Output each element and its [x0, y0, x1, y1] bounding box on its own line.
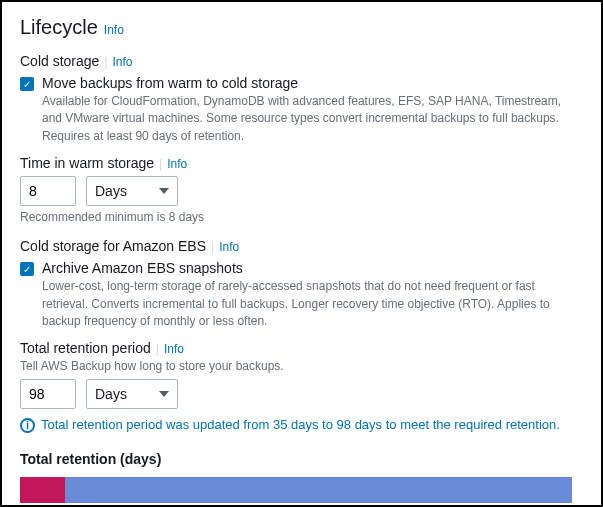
- warm-time-info-link[interactable]: Info: [167, 157, 187, 171]
- chevron-down-icon: [159, 188, 169, 194]
- retention-input[interactable]: [20, 379, 76, 409]
- retention-unit-select[interactable]: Days: [86, 379, 178, 409]
- ebs-desc: Lower-cost, long-term storage of rarely-…: [42, 278, 583, 330]
- chart-title: Total retention (days): [20, 451, 583, 467]
- info-icon: i: [20, 418, 35, 433]
- retention-info-link[interactable]: Info: [164, 342, 184, 356]
- ebs-info-link[interactable]: Info: [219, 240, 239, 254]
- warm-time-hint: Recommended minimum is 8 days: [20, 210, 583, 224]
- retention-unit-value: Days: [95, 386, 127, 402]
- ebs-heading: Cold storage for Amazon EBS | Info: [20, 238, 583, 254]
- retention-label: Total retention period: [20, 340, 151, 356]
- divider: |: [156, 342, 159, 356]
- retention-chart: [20, 477, 583, 507]
- move-to-cold-checkbox[interactable]: ✓: [20, 77, 34, 91]
- warm-time-label-row: Time in warm storage | Info: [20, 155, 583, 171]
- archive-ebs-label: Archive Amazon EBS snapshots: [42, 260, 243, 276]
- cold-storage-heading: Cold storage | Info: [20, 53, 583, 69]
- archive-ebs-checkbox[interactable]: ✓: [20, 262, 34, 276]
- warm-time-label: Time in warm storage: [20, 155, 154, 171]
- warm-time-unit-value: Days: [95, 183, 127, 199]
- divider: |: [159, 157, 162, 171]
- chevron-down-icon: [159, 391, 169, 397]
- chart-segment: [65, 477, 572, 503]
- move-to-cold-label: Move backups from warm to cold storage: [42, 75, 298, 91]
- page-title: Lifecycle Info: [20, 16, 583, 39]
- divider: |: [211, 240, 214, 254]
- divider: |: [104, 55, 107, 69]
- lifecycle-info-link[interactable]: Info: [104, 23, 124, 37]
- retention-label-row: Total retention period | Info: [20, 340, 583, 356]
- page-title-text: Lifecycle: [20, 16, 98, 39]
- warm-time-input[interactable]: [20, 176, 76, 206]
- cold-storage-info-link[interactable]: Info: [113, 55, 133, 69]
- cold-storage-title: Cold storage: [20, 53, 99, 69]
- warm-time-unit-select[interactable]: Days: [86, 176, 178, 206]
- retention-sub: Tell AWS Backup how long to store your b…: [20, 359, 583, 373]
- retention-alert-text: Total retention period was updated from …: [41, 417, 560, 432]
- retention-alert: i Total retention period was updated fro…: [20, 417, 583, 433]
- cold-storage-desc: Available for CloudFormation, DynamoDB w…: [42, 93, 583, 145]
- ebs-title: Cold storage for Amazon EBS: [20, 238, 206, 254]
- chart-segment: [20, 477, 65, 503]
